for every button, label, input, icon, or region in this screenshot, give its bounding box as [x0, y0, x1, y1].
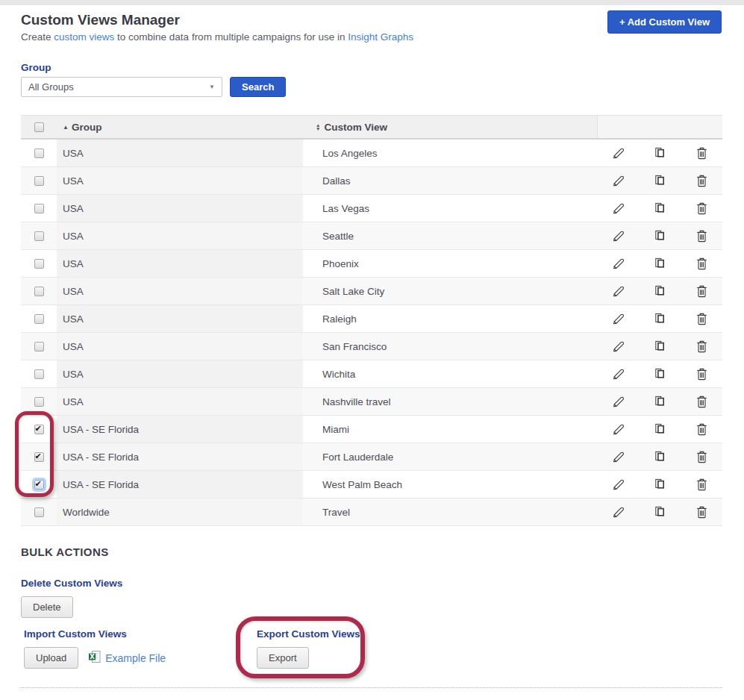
- edit-icon[interactable]: [597, 506, 639, 519]
- custom-views-link[interactable]: custom views: [54, 31, 114, 43]
- row-checkbox-cell: [21, 195, 57, 222]
- copy-icon[interactable]: [639, 202, 681, 214]
- delete-icon[interactable]: [681, 175, 722, 187]
- group-cell: Worldwide: [57, 499, 303, 525]
- row-checkbox-cell: [21, 333, 57, 360]
- delete-icon[interactable]: [681, 478, 722, 491]
- copy-icon[interactable]: [639, 451, 681, 463]
- row-checkbox[interactable]: [34, 287, 44, 296]
- copy-icon[interactable]: [639, 175, 681, 187]
- row-checkbox[interactable]: [34, 397, 44, 407]
- delete-icon[interactable]: [681, 257, 722, 270]
- delete-icon[interactable]: [681, 147, 722, 160]
- row-checkbox[interactable]: [34, 259, 44, 269]
- copy-icon[interactable]: [639, 396, 681, 407]
- group-select[interactable]: All Groups ▼: [21, 77, 222, 97]
- select-all-cell: [21, 122, 57, 132]
- delete-icon[interactable]: [681, 451, 722, 463]
- copy-icon[interactable]: [639, 478, 681, 490]
- upload-button[interactable]: Upload: [24, 647, 78, 669]
- copy-icon[interactable]: [639, 423, 681, 435]
- import-custom-views-section: Import Custom Views Upload X Example Fil…: [21, 628, 254, 669]
- row-checkbox[interactable]: [34, 204, 44, 213]
- row-checkbox[interactable]: [34, 452, 44, 462]
- table-row: WorldwideTravel: [21, 499, 722, 526]
- insight-graphs-link[interactable]: Insight Graphs: [348, 31, 413, 43]
- copy-icon[interactable]: [639, 340, 681, 352]
- row-checkbox-cell: [21, 360, 57, 387]
- custom-view-column-header[interactable]: ▲▼ Custom View: [303, 122, 597, 133]
- copy-icon[interactable]: [639, 285, 681, 297]
- edit-icon[interactable]: [597, 396, 639, 408]
- group-column-header[interactable]: ▲ Group: [57, 122, 303, 133]
- delete-icon[interactable]: [681, 313, 722, 325]
- delete-icon[interactable]: [681, 396, 722, 408]
- group-column-label: Group: [72, 122, 102, 133]
- edit-icon[interactable]: [597, 257, 639, 270]
- edit-icon[interactable]: [597, 175, 639, 187]
- edit-icon[interactable]: [597, 202, 639, 215]
- row-checkbox[interactable]: [34, 425, 44, 434]
- delete-icon[interactable]: [681, 368, 722, 381]
- custom-view-cell: Fort Lauderdale: [303, 443, 597, 470]
- add-custom-view-button[interactable]: + Add Custom View: [607, 10, 722, 34]
- custom-view-cell: Raleigh: [303, 305, 597, 332]
- row-checkbox[interactable]: [34, 507, 44, 517]
- delete-icon[interactable]: [681, 230, 722, 243]
- copy-icon[interactable]: [639, 147, 681, 159]
- group-cell: USA: [57, 305, 303, 332]
- select-all-checkbox[interactable]: [34, 122, 44, 132]
- edit-icon[interactable]: [597, 285, 639, 298]
- edit-icon[interactable]: [597, 478, 639, 491]
- row-actions-cell: [597, 305, 722, 332]
- copy-icon[interactable]: [639, 230, 681, 242]
- row-checkbox[interactable]: [34, 480, 44, 490]
- row-checkbox-cell: [21, 167, 57, 194]
- row-checkbox[interactable]: [34, 149, 44, 158]
- edit-icon[interactable]: [597, 147, 639, 160]
- search-button[interactable]: Search: [230, 77, 286, 97]
- row-checkbox[interactable]: [34, 176, 44, 186]
- custom-view-cell: Miami: [303, 416, 597, 443]
- row-checkbox[interactable]: [34, 369, 44, 379]
- delete-icon[interactable]: [681, 506, 722, 519]
- delete-icon[interactable]: [681, 340, 722, 353]
- custom-view-cell: Salt Lake City: [303, 278, 597, 304]
- group-cell: USA: [57, 167, 303, 194]
- copy-icon[interactable]: [639, 506, 681, 518]
- group-filter-label: Group: [21, 62, 722, 73]
- table-row: USASeattle: [21, 222, 722, 250]
- table-body: USALos AngelesUSADallasUSALas VegasUSASe…: [21, 140, 722, 526]
- export-button[interactable]: Export: [257, 647, 309, 669]
- bulk-actions-heading: BULK ACTIONS: [21, 546, 722, 558]
- sort-asc-icon: ▲: [63, 124, 69, 131]
- delete-icon[interactable]: [681, 285, 722, 298]
- row-actions-cell: [597, 278, 722, 304]
- row-checkbox[interactable]: [34, 314, 44, 324]
- example-file-label: Example File: [105, 652, 166, 664]
- group-cell: USA: [57, 278, 303, 304]
- delete-icon[interactable]: [681, 423, 722, 436]
- subtitle-text: to combine data from multiple campaigns …: [114, 31, 348, 43]
- copy-icon[interactable]: [639, 257, 681, 269]
- edit-icon[interactable]: [597, 368, 639, 381]
- edit-icon[interactable]: [597, 451, 639, 463]
- copy-icon[interactable]: [639, 368, 681, 380]
- row-checkbox-cell: [21, 416, 57, 443]
- delete-button[interactable]: Delete: [21, 596, 73, 618]
- table-row: USANashville travel: [21, 388, 722, 416]
- custom-view-cell: Dallas: [303, 167, 597, 194]
- example-file-link[interactable]: X Example File: [88, 650, 166, 666]
- edit-icon[interactable]: [597, 423, 639, 436]
- row-checkbox[interactable]: [34, 342, 44, 351]
- edit-icon[interactable]: [597, 230, 639, 243]
- custom-view-cell: West Palm Beach: [303, 471, 597, 498]
- edit-icon[interactable]: [597, 313, 639, 325]
- row-actions-cell: [597, 360, 722, 387]
- chevron-down-icon: ▼: [209, 84, 215, 90]
- row-checkbox[interactable]: [34, 231, 44, 241]
- copy-icon[interactable]: [639, 313, 681, 325]
- delete-icon[interactable]: [681, 202, 722, 215]
- filter-block: Group All Groups ▼ Search: [21, 62, 722, 97]
- edit-icon[interactable]: [597, 340, 639, 353]
